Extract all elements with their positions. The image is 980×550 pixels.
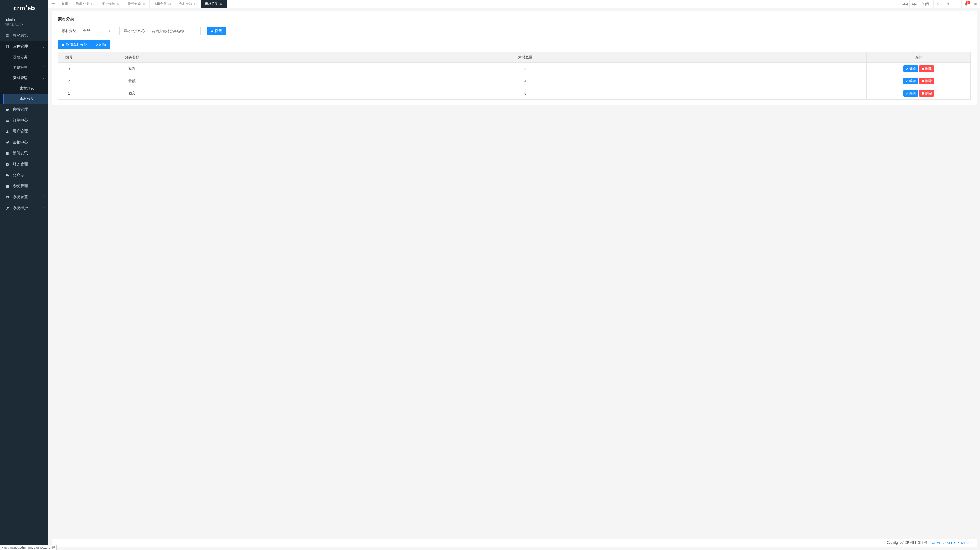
- tab-label: 图文专题: [102, 2, 115, 6]
- notification-button[interactable]: 0: [961, 0, 971, 8]
- pencil-icon: [905, 79, 908, 82]
- logo: crmeb: [0, 0, 48, 16]
- tab-label: 视频专题: [153, 2, 167, 6]
- user-role: 超级管理员▾: [5, 22, 43, 27]
- close-icon[interactable]: ⊗: [220, 2, 223, 6]
- close-icon[interactable]: ⊗: [168, 2, 171, 6]
- tab-next-button[interactable]: ▶▶: [909, 0, 919, 8]
- chevron-down-icon: ⌄: [42, 44, 45, 48]
- search-button[interactable]: 搜索: [207, 27, 226, 35]
- close-icon[interactable]: ⊗: [194, 2, 197, 6]
- nav-marketing[interactable]: 营销中心‹: [0, 137, 48, 148]
- notification-badge: 0: [966, 0, 970, 5]
- close-menu-button[interactable]: 关闭▾: [919, 0, 934, 8]
- cell-name: 视频: [80, 63, 184, 75]
- delete-button[interactable]: 删除: [919, 65, 934, 72]
- edit-button[interactable]: 编辑: [903, 65, 918, 72]
- user-box[interactable]: admin 超级管理员▾: [0, 16, 48, 30]
- tab[interactable]: 视频专题⊗: [150, 0, 175, 8]
- edit-button[interactable]: 编辑: [903, 90, 918, 97]
- nav-material-list[interactable]: 素材列表: [3, 83, 48, 94]
- list-icon: [5, 118, 10, 123]
- plus-circle-icon: [62, 43, 65, 46]
- nav-course[interactable]: 课程管理 ⌄: [0, 41, 48, 52]
- wechat-icon: [5, 173, 10, 177]
- tab[interactable]: 首页: [58, 0, 72, 8]
- tab[interactable]: 课程分类⊗: [72, 0, 98, 8]
- nav-overview[interactable]: 概况总览: [0, 30, 48, 41]
- chevron-left-icon: ‹: [43, 173, 45, 177]
- th-id: 编号: [58, 52, 80, 63]
- refresh-icon: [95, 43, 98, 46]
- gear-icon: [5, 195, 10, 199]
- page-title: 素材分类: [58, 16, 971, 22]
- cell-ops: 编辑删除: [867, 75, 971, 87]
- cell-ops: 编辑删除: [867, 63, 971, 75]
- nav: 概况总览 课程管理 ⌄ 课程分类 专题管理‹ 素材管理⌄ 素材列表 素材分类: [0, 30, 48, 550]
- tab-prev-button[interactable]: ◀◀: [900, 0, 909, 8]
- trash-icon: [921, 92, 924, 95]
- tab[interactable]: 素材分类⊗: [201, 0, 227, 8]
- topbar: 首页课程分类⊗图文专题⊗音频专题⊗视频专题⊗专栏专题⊗素材分类⊗ ◀◀ ▶▶ 关…: [48, 0, 980, 8]
- pencil-icon: [905, 67, 908, 70]
- add-category-button[interactable]: 添加素材分类: [58, 40, 91, 49]
- footer: Copyright © CRMEB 版本号： CRMEB-ZSFF-OPENv1…: [52, 539, 977, 547]
- cell-id: 1: [58, 87, 80, 100]
- main-panel: 素材分类 素材分类 全部 ▾ 素材分类名称: [52, 11, 977, 105]
- close-icon[interactable]: ⊗: [117, 2, 120, 6]
- delete-button[interactable]: 删除: [919, 78, 934, 84]
- tab[interactable]: 图文专题⊗: [98, 0, 124, 8]
- nav-order[interactable]: 订单中心‹: [0, 115, 48, 126]
- nav-user[interactable]: 用户管理‹: [0, 126, 48, 137]
- table-row: 3视频3编辑删除: [58, 63, 971, 75]
- nav-course-material[interactable]: 素材管理⌄: [0, 73, 48, 83]
- filter-row: 素材分类 全部 ▾ 素材分类名称 搜索: [58, 27, 971, 35]
- more-button[interactable]: [971, 0, 980, 8]
- nav-course-category[interactable]: 课程分类: [0, 52, 48, 62]
- camera-icon: [5, 107, 10, 112]
- nav-settings[interactable]: 系统设置‹: [0, 192, 48, 203]
- sidebar: crmeb admin 超级管理员▾ 概况总览 课程管理 ⌄ 课程分类: [0, 0, 48, 550]
- nav-news[interactable]: 新闻资讯‹: [0, 148, 48, 159]
- refresh-button[interactable]: [943, 0, 952, 8]
- nav-wechat[interactable]: 公众号‹: [0, 170, 48, 181]
- cell-id: 2: [58, 75, 80, 87]
- filter-name-group: 素材分类名称: [119, 27, 201, 35]
- nav-system[interactable]: 系统管理‹: [0, 181, 48, 192]
- tab[interactable]: 专栏专题⊗: [175, 0, 201, 8]
- chevron-down-icon: ⌄: [42, 76, 45, 79]
- nav-maintain[interactable]: 系统维护‹: [0, 203, 48, 214]
- chevron-left-icon: ‹: [43, 130, 45, 133]
- url-hint: kaiyuan.net/admin/index/index.html#: [0, 545, 57, 550]
- refresh-list-button[interactable]: 刷新: [91, 40, 110, 49]
- close-icon[interactable]: ⊗: [91, 2, 94, 6]
- th-ops: 操作: [867, 52, 971, 63]
- pencil-icon: [905, 92, 908, 95]
- filter-name-input[interactable]: [149, 27, 200, 35]
- nav-course-topic[interactable]: 专题管理‹: [0, 62, 48, 73]
- user-icon: [5, 129, 10, 133]
- chevron-left-icon: ‹: [43, 119, 45, 122]
- add-button[interactable]: [952, 0, 961, 8]
- table-row: 2音频4编辑删除: [58, 75, 971, 87]
- chevron-left-icon: ‹: [43, 65, 45, 69]
- undo-button[interactable]: [934, 0, 943, 8]
- th-name: 分类名称: [80, 52, 184, 63]
- delete-button[interactable]: 删除: [919, 90, 934, 97]
- top-actions: ◀◀ ▶▶ 关闭▾ 0: [900, 0, 980, 8]
- wrench-icon: [5, 206, 10, 210]
- filter-category-select[interactable]: 全部 ▾: [80, 27, 113, 35]
- tab[interactable]: 音频专题⊗: [124, 0, 150, 8]
- nav-finance[interactable]: 财务管理‹: [0, 159, 48, 170]
- chevron-left-icon: ‹: [43, 195, 45, 199]
- cell-name: 图文: [80, 87, 184, 100]
- edit-button[interactable]: 编辑: [903, 78, 918, 84]
- trash-icon: [921, 67, 924, 70]
- version-link[interactable]: CRMEB-ZSFF-OPENv1.4.4: [932, 541, 972, 545]
- menu-toggle-button[interactable]: [48, 0, 58, 8]
- table-row: 1图文5编辑删除: [58, 87, 971, 100]
- nav-live[interactable]: 直播管理‹: [0, 104, 48, 115]
- close-icon[interactable]: ⊗: [142, 2, 145, 6]
- nav-material-category[interactable]: 素材分类: [3, 94, 48, 104]
- chevron-left-icon: ‹: [43, 162, 45, 166]
